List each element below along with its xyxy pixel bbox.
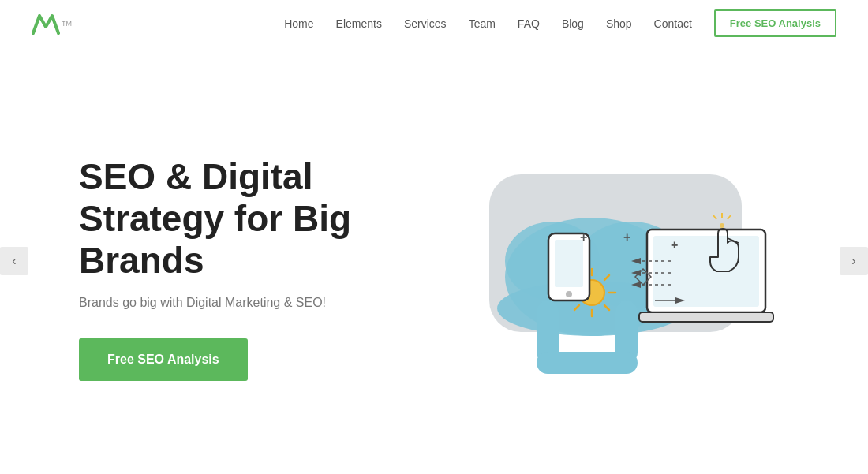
logo: TM bbox=[32, 13, 72, 35]
hero-cta-button[interactable]: Free SEO Analysis bbox=[79, 338, 248, 381]
svg-point-19 bbox=[566, 291, 572, 297]
nav-services[interactable]: Services bbox=[404, 17, 447, 30]
svg-text:+: + bbox=[671, 238, 678, 252]
hero-section: ‹ SEO & Digital Strategy for Big Brands … bbox=[0, 47, 868, 474]
slider-arrow-left[interactable]: ‹ bbox=[0, 247, 28, 275]
nav-shop[interactable]: Shop bbox=[606, 17, 632, 30]
main-nav: Home Elements Services Team FAQ Blog Sho… bbox=[284, 9, 836, 37]
hero-text-block: SEO & Digital Strategy for Big Brands Br… bbox=[79, 140, 395, 381]
svg-point-24 bbox=[720, 223, 724, 228]
slider-arrow-right[interactable]: › bbox=[840, 247, 868, 275]
nav-elements[interactable]: Elements bbox=[336, 17, 382, 30]
nav-home[interactable]: Home bbox=[284, 17, 313, 30]
logo-tm: TM bbox=[62, 20, 72, 28]
svg-rect-22 bbox=[639, 312, 773, 322]
nav-contact[interactable]: Contact bbox=[654, 17, 692, 30]
nav-blog[interactable]: Blog bbox=[562, 17, 584, 30]
svg-rect-18 bbox=[555, 240, 583, 287]
hero-illustration: + + + bbox=[395, 47, 836, 474]
nav-faq[interactable]: FAQ bbox=[518, 17, 540, 30]
nav-team[interactable]: Team bbox=[469, 17, 496, 30]
svg-rect-21 bbox=[653, 236, 759, 307]
svg-text:+: + bbox=[580, 230, 587, 244]
header-cta-button[interactable]: Free SEO Analysis bbox=[714, 9, 836, 37]
hero-illustration-svg: + + + bbox=[426, 111, 805, 411]
svg-text:+: + bbox=[623, 230, 630, 244]
header: TM Home Elements Services Team FAQ Blog … bbox=[0, 0, 868, 47]
hero-subtitle: Brands go big with Digital Marketing & S… bbox=[79, 296, 395, 310]
hero-title: SEO & Digital Strategy for Big Brands bbox=[79, 156, 395, 282]
svg-rect-7 bbox=[537, 352, 638, 374]
logo-icon bbox=[32, 13, 60, 35]
